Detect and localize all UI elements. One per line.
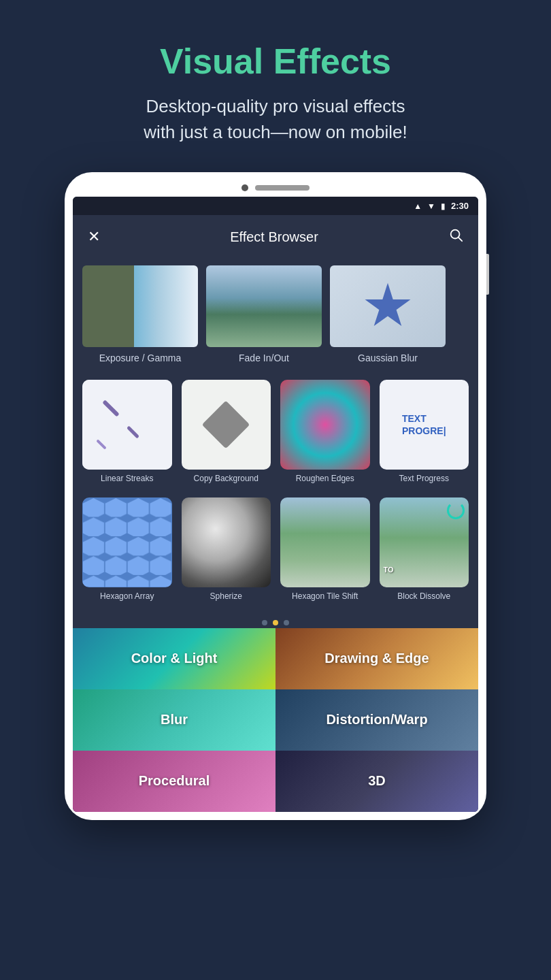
category-blur[interactable]: Blur bbox=[73, 689, 276, 751]
effect-thumb-text-progress: TEXT PROGRE| bbox=[380, 380, 469, 470]
horizontal-scroll-section: Exposure / Gamma Fade In/Out bbox=[73, 259, 478, 373]
category-distortion[interactable]: Distortion/Warp bbox=[276, 689, 478, 751]
copy-diamond-shape bbox=[202, 401, 250, 449]
effect-item-block-dissolve[interactable]: TO Block Dissolve bbox=[380, 497, 469, 602]
effect-item-hex-shift[interactable]: Hexagon Tile Shift bbox=[280, 497, 370, 602]
category-label-color-light: Color & Light bbox=[131, 651, 218, 666]
effects-grid-section: Linear Streaks Copy Background Roughen E… bbox=[73, 373, 478, 495]
app-screen: ▲ ▼ ▮ 2:30 ✕ Effect Browser bbox=[73, 197, 478, 811]
scroll-label-exposure: Exposure / Gamma bbox=[82, 353, 198, 363]
effect-label-spherize: Spherize bbox=[182, 591, 271, 602]
pagination-dots bbox=[73, 613, 478, 628]
effect-item-roughen[interactable]: Roughen Edges bbox=[280, 380, 370, 484]
scroll-row: Exposure / Gamma Fade In/Out bbox=[73, 265, 478, 363]
effect-label-copy-bg: Copy Background bbox=[182, 474, 271, 485]
streak-3 bbox=[97, 439, 107, 450]
hex-array-svg bbox=[82, 497, 172, 587]
status-time: 2:30 bbox=[451, 201, 469, 211]
effect-thumb-linear-streaks bbox=[82, 380, 172, 470]
category-label-blur: Blur bbox=[161, 712, 188, 728]
svg-line-1 bbox=[458, 238, 462, 242]
effect-label-linear-streaks: Linear Streaks bbox=[82, 474, 172, 485]
category-label-3d: 3D bbox=[368, 773, 386, 789]
hero-title: Visual Effects bbox=[27, 41, 524, 82]
scroll-label-gaussian: Gaussian Blur bbox=[330, 353, 446, 363]
search-button[interactable] bbox=[446, 225, 466, 249]
hero-section: Visual Effects Desktop-quality pro visua… bbox=[0, 0, 551, 172]
effects-grid-row2-section: Hexagon Array Spherize Hexagon Tile Shif… bbox=[73, 495, 478, 612]
effect-label-text-progress: Text Progress bbox=[380, 474, 469, 485]
scroll-thumb-fade bbox=[206, 265, 322, 347]
phone-mockup: ▲ ▼ ▮ 2:30 ✕ Effect Browser bbox=[65, 172, 486, 819]
effect-thumb-hex-shift bbox=[280, 497, 370, 587]
phone-dot bbox=[241, 184, 248, 191]
signal-icon: ▲ bbox=[414, 201, 422, 211]
scroll-thumb-exposure bbox=[82, 265, 198, 347]
effect-item-hex-array[interactable]: Hexagon Array bbox=[82, 497, 172, 602]
scroll-item-gaussian[interactable]: Gaussian Blur bbox=[330, 265, 446, 363]
spiral-icon bbox=[447, 502, 465, 519]
effect-item-spherize[interactable]: Spherize bbox=[182, 497, 271, 602]
text-prog-line2: PROGRE| bbox=[402, 425, 446, 437]
page-dot-1[interactable] bbox=[262, 620, 267, 625]
text-progress-visual: TEXT PROGRE| bbox=[399, 410, 449, 440]
copy-bg-visual bbox=[182, 380, 271, 470]
close-button[interactable]: ✕ bbox=[85, 225, 103, 248]
effect-thumb-spherize bbox=[182, 497, 271, 587]
category-label-distortion: Distortion/Warp bbox=[326, 712, 427, 728]
effect-thumb-block-dissolve: TO bbox=[380, 497, 469, 587]
phone-side-button bbox=[486, 254, 489, 295]
block-to-label: TO bbox=[384, 566, 394, 574]
app-bar-title: Effect Browser bbox=[230, 229, 318, 245]
streak-1 bbox=[103, 399, 120, 416]
effect-thumb-hex-array bbox=[82, 497, 172, 587]
effect-thumb-copy-bg bbox=[182, 380, 271, 470]
effect-label-block-dissolve: Block Dissolve bbox=[380, 591, 469, 602]
app-bar: ✕ Effect Browser bbox=[73, 215, 478, 259]
category-drawing-edge[interactable]: Drawing & Edge bbox=[276, 628, 478, 689]
effect-item-copy-bg[interactable]: Copy Background bbox=[182, 380, 271, 484]
page-dot-3[interactable] bbox=[284, 620, 289, 625]
category-procedural[interactable]: Procedural bbox=[73, 751, 276, 812]
streak-2 bbox=[127, 426, 139, 439]
page-dot-2[interactable] bbox=[273, 620, 278, 625]
battery-icon: ▮ bbox=[441, 201, 446, 211]
status-bar: ▲ ▼ ▮ 2:30 bbox=[73, 197, 478, 215]
category-3d[interactable]: 3D bbox=[276, 751, 478, 812]
effect-label-roughen: Roughen Edges bbox=[280, 474, 370, 485]
scroll-item-exposure[interactable]: Exposure / Gamma bbox=[82, 265, 198, 363]
linear-streaks-visual bbox=[82, 380, 172, 470]
effect-label-hex-shift: Hexagon Tile Shift bbox=[280, 591, 370, 602]
scroll-thumb-gaussian bbox=[330, 265, 446, 347]
category-label-procedural: Procedural bbox=[139, 773, 210, 789]
effects-grid-row1: Linear Streaks Copy Background Roughen E… bbox=[82, 380, 469, 484]
hero-subtitle: Desktop-quality pro visual effectswith j… bbox=[27, 94, 524, 145]
phone-speaker bbox=[255, 185, 310, 191]
category-label-drawing-edge: Drawing & Edge bbox=[324, 651, 429, 666]
text-prog-line1: TEXT bbox=[402, 412, 446, 425]
star-icon bbox=[364, 282, 412, 330]
scroll-item-fade[interactable]: Fade In/Out bbox=[206, 265, 322, 363]
effect-item-text-progress[interactable]: TEXT PROGRE| Text Progress bbox=[380, 380, 469, 484]
phone-top-bar bbox=[73, 184, 478, 191]
effect-label-hex-array: Hexagon Array bbox=[82, 591, 172, 602]
wifi-icon: ▼ bbox=[427, 201, 435, 211]
effect-item-linear-streaks[interactable]: Linear Streaks bbox=[82, 380, 172, 484]
category-grid: Color & Light Drawing & Edge Blur Distor… bbox=[73, 628, 478, 812]
effects-grid-row2: Hexagon Array Spherize Hexagon Tile Shif… bbox=[82, 497, 469, 602]
scroll-label-fade: Fade In/Out bbox=[206, 353, 322, 363]
category-color-light[interactable]: Color & Light bbox=[73, 628, 276, 689]
effect-thumb-roughen bbox=[280, 380, 370, 470]
svg-rect-3 bbox=[82, 497, 172, 587]
